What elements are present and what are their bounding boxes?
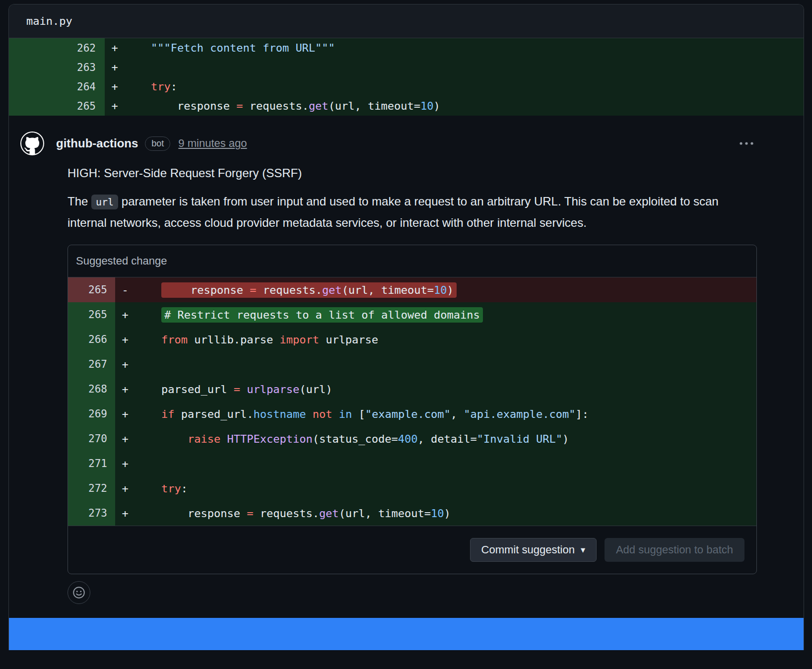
commit-suggestion-button[interactable]: Commit suggestion ▾	[470, 538, 597, 562]
line-number: 264	[9, 77, 105, 96]
top-diff: 262+ """Fetch content from URL"""263+264…	[9, 38, 804, 116]
code-line: # Restrict requests to a list of allowed…	[135, 302, 756, 327]
diff-sign: +	[115, 352, 135, 377]
bot-badge: bot	[145, 136, 170, 151]
diff-line-270-add: 270+ raise HTTPException(status_code=400…	[68, 426, 756, 451]
diff-line-266-add: 266+ from urllib.parse import urlparse	[68, 327, 756, 352]
line-number: 265	[9, 96, 105, 116]
line-number: 269	[68, 401, 115, 426]
file-header: main.py	[9, 4, 804, 38]
comment-paragraph: The url parameter is taken from user inp…	[68, 191, 757, 233]
diff-sign: +	[105, 58, 125, 77]
reaction-row	[68, 581, 757, 604]
line-number: 263	[9, 58, 105, 77]
diff-line-265-add: 265+ # Restrict requests to a list of al…	[68, 302, 756, 327]
diff-sign: +	[105, 77, 125, 96]
diff-sign: +	[115, 476, 135, 501]
line-number: 265	[68, 302, 115, 327]
body-text-post: parameter is taken from user input and u…	[68, 195, 719, 229]
diff-line-263-add: 263+	[9, 58, 804, 77]
code-line	[135, 352, 756, 377]
line-number: 266	[68, 327, 115, 352]
add-reaction-button[interactable]	[68, 581, 90, 604]
diff-line-269-add: 269+ if parsed_url.hostname not in ["exa…	[68, 401, 756, 426]
line-number: 265	[68, 277, 115, 302]
code-line: response = requests.get(url, timeout=10)	[135, 501, 756, 526]
diff-line-264-add: 264+ try:	[9, 77, 804, 96]
code-line: response = requests.get(url, timeout=10)	[125, 96, 804, 116]
suggested-change-panel: Suggested change 265- response = request…	[68, 245, 757, 574]
comment-header: github-actions bot 9 minutes ago	[20, 132, 804, 155]
diff-sign: +	[115, 501, 135, 526]
line-number: 270	[68, 426, 115, 451]
diff-sign: +	[115, 327, 135, 352]
suggestion-footer: Commit suggestion ▾ Add suggestion to ba…	[68, 526, 756, 574]
commit-suggestion-label: Commit suggestion	[481, 543, 575, 556]
diff-sign: -	[115, 277, 135, 302]
kebab-menu-icon[interactable]	[739, 141, 754, 146]
comment-author[interactable]: github-actions	[56, 136, 138, 150]
line-number: 273	[68, 501, 115, 526]
line-number: 267	[68, 352, 115, 377]
file-name: main.py	[26, 15, 72, 27]
octocat-icon	[21, 133, 43, 154]
comment-body: HIGH: Server-Side Request Forgery (SSRF)…	[68, 166, 804, 604]
comment-title: HIGH: Server-Side Request Forgery (SSRF)	[68, 166, 757, 180]
code-line: raise HTTPException(status_code=400, det…	[135, 426, 756, 451]
code-line: """Fetch content from URL"""	[125, 38, 804, 58]
line-number: 271	[68, 451, 115, 476]
line-number: 272	[68, 476, 115, 501]
code-line: try:	[125, 77, 804, 96]
diff-line-267-add: 267+	[68, 352, 756, 377]
diff-sign: +	[115, 451, 135, 476]
inline-code-url: url	[91, 195, 118, 209]
code-line: response = requests.get(url, timeout=10)	[135, 277, 756, 302]
diff-line-271-add: 271+	[68, 451, 756, 476]
diff-sign: +	[115, 377, 135, 401]
code-line: try:	[135, 476, 756, 501]
suggestion-diff: 265- response = requests.get(url, timeou…	[68, 277, 756, 526]
code-line: if parsed_url.hostname not in ["example.…	[135, 401, 756, 426]
diff-sign: +	[105, 38, 125, 58]
diff-sign: +	[115, 401, 135, 426]
line-number: 268	[68, 377, 115, 401]
diff-sign: +	[115, 426, 135, 451]
review-comment: github-actions bot 9 minutes ago HIGH: S…	[9, 116, 804, 604]
page: main.py 262+ """Fetch content from URL""…	[0, 0, 812, 669]
review-thread: main.py 262+ """Fetch content from URL""…	[8, 4, 804, 650]
body-text-pre: The	[68, 195, 91, 208]
comment-timestamp[interactable]: 9 minutes ago	[178, 137, 247, 150]
code-line	[135, 451, 756, 476]
code-line: from urllib.parse import urlparse	[135, 327, 756, 352]
smiley-icon	[72, 586, 85, 599]
add-suggestion-to-batch-button[interactable]: Add suggestion to batch	[605, 538, 744, 562]
suggested-change-header: Suggested change	[68, 245, 756, 277]
line-number: 262	[9, 38, 105, 58]
github-actions-avatar[interactable]	[20, 132, 44, 155]
code-line	[125, 58, 804, 77]
diff-line-268-add: 268+ parsed_url = urlparse(url)	[68, 377, 756, 401]
bottom-accent-bar[interactable]	[9, 618, 804, 650]
diff-line-272-add: 272+ try:	[68, 476, 756, 501]
diff-sign: +	[105, 96, 125, 116]
code-line: parsed_url = urlparse(url)	[135, 377, 756, 401]
diff-line-265-add: 265+ response = requests.get(url, timeou…	[9, 96, 804, 116]
diff-line-265-del: 265- response = requests.get(url, timeou…	[68, 277, 756, 302]
diff-line-262-add: 262+ """Fetch content from URL"""	[9, 38, 804, 58]
diff-sign: +	[115, 302, 135, 327]
dropdown-caret-icon: ▾	[581, 544, 585, 555]
diff-line-273-add: 273+ response = requests.get(url, timeou…	[68, 501, 756, 526]
